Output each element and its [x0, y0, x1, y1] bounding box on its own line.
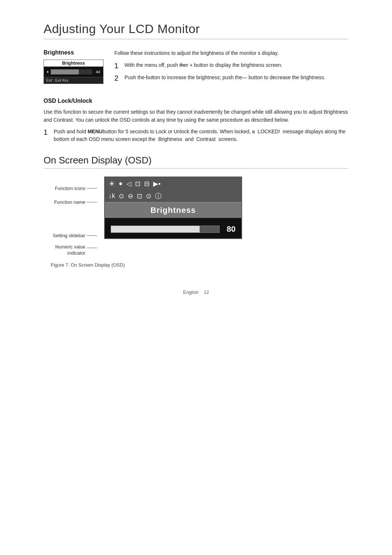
label-function-icons-text: Function icons	[44, 186, 85, 191]
icon-print: ⊟	[144, 180, 150, 188]
osd-mini-body: • 44	[44, 67, 103, 77]
osd-lock-section: OSD Lock/Unlock Use this function to sec…	[44, 98, 348, 143]
icon-play: ▶▪	[153, 180, 160, 188]
osd-mini-title: Brightness	[44, 60, 103, 67]
osd-mini-bullet: •	[47, 69, 49, 75]
brightness-section: Brightness Brightness • 44 Exit : Exit K…	[44, 49, 348, 86]
strikethrough-the2	[144, 74, 146, 80]
brightness-instructions: Follow these instructions to adjust the …	[114, 49, 348, 86]
osd-lock-body: Use this function to secure the current …	[44, 108, 348, 124]
osd-slider-bar	[111, 226, 220, 233]
label-function-icons-line	[87, 188, 97, 189]
icon-clock: ⊙	[146, 192, 151, 200]
osd-labels: Function icons Function name Setting sli…	[44, 177, 97, 256]
osd-lock-steps: 1 Push and hold MENUbutton for 5 seconds…	[44, 128, 348, 143]
brightness-step-2: 2 Push the button to increase the bright…	[114, 74, 348, 82]
icon-circle2: ⊙	[119, 192, 124, 200]
osd-mini-footer: Exit : Exit Key	[44, 77, 103, 84]
label-numeric-value-text: Numeric valueindicator	[44, 244, 85, 256]
label-numeric-value-line	[87, 248, 97, 248]
osd-lock-step-num: 1	[44, 128, 50, 137]
icon-minus-circle: ⊖	[128, 192, 133, 200]
osd-slider-row: 80	[105, 218, 241, 238]
spacer1	[44, 209, 97, 229]
osd-screen: ☀ ● ◁ ⊡ ⊟ ▶▪ ↓k ⊙ ⊖ ⊡ ⊙ ⓘ Brightness	[104, 177, 242, 239]
footer-language: English	[183, 289, 199, 295]
brightness-steps: 1 With the menu off, push ther + button …	[114, 61, 348, 82]
label-setting-slidebar-text: Setting slidebar	[44, 233, 85, 238]
osd-icons-row1: ☀ ● ◁ ⊡ ⊟ ▶▪	[105, 177, 241, 190]
label-function-name: Function name	[44, 195, 97, 209]
brightness-heading: Brightness	[44, 49, 103, 56]
osd-icons-row2: ↓k ⊙ ⊖ ⊡ ⊙ ⓘ	[105, 190, 241, 203]
brightness-subsection: Brightness Brightness • 44 Exit : Exit K…	[44, 49, 103, 84]
label-setting-slidebar: Setting slidebar	[44, 229, 97, 243]
icon-square: ⊡	[137, 192, 142, 200]
icon-info: ⓘ	[155, 192, 162, 200]
osd-mini-screen: Brightness • 44 Exit : Exit Key	[44, 60, 103, 84]
strikethrough-the: the	[180, 62, 187, 68]
osd-mini-bar-fill	[51, 69, 79, 74]
osd-slider-value: 80	[224, 224, 236, 234]
page-footer: English 12	[44, 289, 348, 295]
step-1-num: 1	[114, 61, 121, 70]
step-1-text: With the menu off, push ther + button to…	[124, 61, 348, 69]
label-function-name-text: Function name	[44, 199, 85, 205]
icon-circle: ●	[119, 180, 123, 187]
osd-mini-bar	[51, 69, 92, 74]
label-setting-slidebar-line	[87, 235, 97, 236]
osd-function-name: Brightness	[105, 203, 241, 218]
osd-section-heading: On Screen Display (OSD)	[44, 155, 348, 169]
step-2-text: Push the button to increase the brightne…	[124, 74, 348, 81]
footer-page-number: 12	[204, 289, 209, 295]
step-2-num: 2	[114, 74, 121, 82]
icon-arrow-k: ↓k	[109, 192, 115, 200]
osd-lock-step-text: Push and hold MENUbutton for 5 seconds t…	[54, 128, 348, 143]
osd-mini-value: 44	[96, 70, 100, 74]
menu-button-label: MENU	[87, 129, 102, 134]
osd-diagram: Function icons Function name Setting sli…	[44, 177, 348, 256]
label-numeric-value: Numeric valueindicator	[44, 243, 97, 256]
label-function-icons: Function icons	[44, 182, 97, 195]
icon-brightness: ☀	[109, 179, 115, 188]
page-title: Adjusting Your LCD Monitor	[44, 22, 348, 39]
icon-monitor: ⊡	[135, 180, 140, 188]
osd-slider-fill	[111, 226, 200, 232]
figure-caption: Figure 7. On Screen Display (OSD)	[44, 262, 348, 268]
osd-section: On Screen Display (OSD) Function icons F…	[44, 155, 348, 268]
osd-lock-heading: OSD Lock/Unlock	[44, 98, 348, 104]
osd-lock-step-1: 1 Push and hold MENUbutton for 5 seconds…	[44, 128, 348, 143]
brightness-step-1: 1 With the menu off, push ther + button …	[114, 61, 348, 70]
brightness-intro: Follow these instructions to adjust the …	[114, 49, 348, 57]
icon-triangle-left: ◁	[126, 180, 131, 188]
label-function-name-line	[87, 202, 97, 202]
